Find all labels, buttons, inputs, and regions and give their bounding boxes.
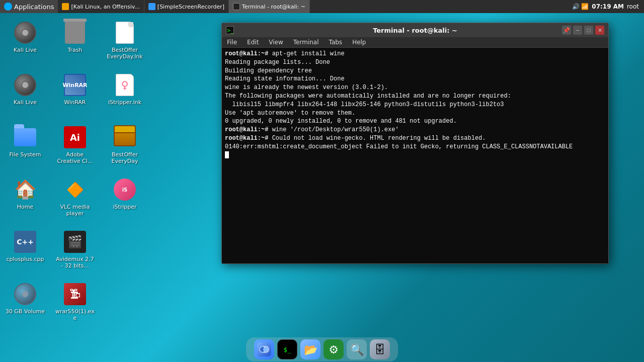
dock-files[interactable]: 📂 bbox=[300, 339, 320, 359]
istripper-lnk-img: ♀ bbox=[116, 74, 134, 96]
terminal-tab-icon bbox=[233, 3, 240, 10]
kali-live-1-label: Kali Live bbox=[14, 47, 37, 53]
dock: $_ 📂 ⚙ 🔍 🗄 bbox=[246, 337, 398, 361]
icon-adobe[interactable]: Ai Adobe Creative Cl... bbox=[52, 122, 98, 172]
terminal-output[interactable]: root@kali:~# apt-get install wineReading… bbox=[222, 48, 608, 263]
trash-label: Trash bbox=[67, 47, 82, 53]
synaptic-icon: ⚙ bbox=[329, 343, 339, 356]
dock-filemanager[interactable]: 🗄 bbox=[370, 339, 390, 359]
trash-img bbox=[65, 22, 85, 44]
vol30-label: 30 GB Volume bbox=[6, 308, 45, 315]
terminal-title: Terminal - root@kali: ~ bbox=[373, 27, 457, 34]
icon-vlc[interactable]: 🔶 VLC media player bbox=[52, 174, 98, 225]
avidemux-img: 🎬 bbox=[64, 231, 86, 253]
terminal-minimize-button[interactable]: − bbox=[573, 26, 582, 35]
wrar-label: wrar550(1).exe bbox=[54, 308, 96, 321]
dock-finder[interactable] bbox=[254, 339, 274, 359]
terminal-close-button[interactable]: ✕ bbox=[595, 26, 604, 35]
system-tray: 🔊 📶 bbox=[572, 3, 589, 10]
taskbar-bottom: $_ 📂 ⚙ 🔍 🗄 bbox=[0, 337, 644, 362]
cpp-label: cplusplus.cpp bbox=[6, 256, 44, 262]
istripper-img: iS bbox=[114, 178, 136, 201]
terminal-menu-terminal[interactable]: Terminal bbox=[288, 37, 324, 47]
adobe-img: Ai bbox=[64, 126, 86, 148]
icon-filesystem[interactable]: File System bbox=[3, 122, 48, 172]
icon-kali-live-1[interactable]: Kali Live bbox=[3, 18, 48, 68]
recorder-tab-label: [SimpleScreenRecorder] bbox=[157, 4, 224, 10]
kali-tab-label: [Kali Linux, an Offensiv... bbox=[71, 4, 139, 10]
finder-icon bbox=[257, 342, 271, 356]
icon-home[interactable]: 🏠 Home bbox=[3, 174, 48, 225]
kali-tab-icon bbox=[62, 3, 69, 10]
vlc-img: 🔶 bbox=[64, 178, 86, 201]
taskbar-terminal-tab[interactable]: Terminal - root@kali: ~ bbox=[229, 0, 310, 13]
filesystem-label: File System bbox=[10, 151, 41, 158]
icon-winrar[interactable]: WinRAR WinRAR bbox=[52, 70, 98, 120]
icon-wrar[interactable]: 🗜 wrar550(1).exe bbox=[52, 279, 98, 329]
filesystem-img bbox=[14, 128, 36, 146]
adobe-label: Adobe Creative Cl... bbox=[54, 151, 96, 164]
terminal-tab-label: Terminal - root@kali: ~ bbox=[242, 4, 305, 10]
icon-cpp[interactable]: C++ cplusplus.cpp bbox=[3, 227, 48, 277]
disk30-img bbox=[14, 283, 36, 305]
winrar-label: WinRAR bbox=[64, 99, 86, 106]
taskbar-kali-tab[interactable]: [Kali Linux, an Offensiv... bbox=[58, 0, 144, 13]
filemanager-icon: 🗄 bbox=[374, 343, 385, 356]
taskbar-recorder-tab[interactable]: [SimpleScreenRecorder] bbox=[144, 0, 229, 13]
kali-live-2-label: Kali Live bbox=[14, 99, 37, 106]
terminal-menu-file[interactable]: File bbox=[222, 37, 242, 47]
kali-live-2-img bbox=[14, 74, 36, 96]
dock-search[interactable]: 🔍 bbox=[347, 339, 367, 359]
user-label: root bbox=[627, 3, 639, 10]
terminal-maximize-button[interactable]: □ bbox=[584, 26, 593, 35]
vlc-label: VLC media player bbox=[54, 204, 96, 217]
bestoffer-everyday-label: BestOffer EveryDay bbox=[104, 151, 145, 164]
icon-30gb[interactable]: 30 GB Volume bbox=[3, 279, 48, 329]
terminal-menubar: File Edit View Terminal Tabs Help bbox=[222, 37, 608, 48]
terminal-titlebar: >_ Terminal - root@kali: ~ 📌 − □ ✕ bbox=[222, 23, 608, 37]
dock-terminal[interactable]: $_ bbox=[277, 339, 297, 359]
taskbar-right: 🔊 📶 07:19 AM root bbox=[567, 3, 645, 10]
icon-avidemux[interactable]: 🎬 Avidemux 2.7 - 32 bits... bbox=[52, 227, 98, 277]
icon-istripper-lnk[interactable]: ♀ iStripper.lnk bbox=[102, 70, 147, 120]
winrar-img: WinRAR bbox=[64, 74, 86, 96]
clock: 07:19 AM bbox=[592, 3, 624, 10]
terminal-pin-button[interactable]: 📌 bbox=[562, 26, 571, 35]
terminal-title-left: >_ bbox=[226, 26, 234, 34]
open-windows-bar: [Kali Linux, an Offensiv... [SimpleScree… bbox=[58, 0, 567, 13]
terminal-menu-edit[interactable]: Edit bbox=[242, 37, 264, 47]
dock-synaptic[interactable]: ⚙ bbox=[324, 339, 344, 359]
terminal-menu-view[interactable]: View bbox=[264, 37, 288, 47]
kali-dragon-icon bbox=[4, 3, 12, 11]
icon-trash[interactable]: Trash bbox=[52, 18, 98, 68]
applications-label: Applications bbox=[14, 3, 54, 11]
bestoffer-chest-img bbox=[114, 128, 136, 146]
terminal-app-icon: >_ bbox=[226, 26, 234, 34]
recorder-tab-icon bbox=[148, 3, 155, 10]
files-icon: 📂 bbox=[304, 343, 317, 356]
taskbar-top: Applications [Kali Linux, an Offensiv...… bbox=[0, 0, 644, 13]
bestoffer-lnk-img bbox=[116, 22, 134, 44]
istripper-label: iStripper bbox=[113, 204, 136, 210]
icon-istripper[interactable]: iS iStripper bbox=[102, 174, 147, 225]
wrar-img: 🗜 bbox=[64, 283, 86, 305]
applications-menu[interactable]: Applications bbox=[0, 0, 58, 13]
icon-bestoffer-everyday[interactable]: BestOffer EveryDay bbox=[102, 122, 147, 172]
search-icon: 🔍 bbox=[350, 343, 364, 356]
kali-live-1-img bbox=[14, 22, 36, 44]
terminal-menu-tabs[interactable]: Tabs bbox=[324, 37, 348, 47]
svg-point-4 bbox=[263, 347, 268, 352]
terminal-controls: 📌 − □ ✕ bbox=[562, 26, 604, 35]
terminal-menu-help[interactable]: Help bbox=[347, 37, 371, 47]
home-img: 🏠 bbox=[14, 178, 36, 201]
istripper-lnk-label: iStripper.lnk bbox=[108, 99, 141, 106]
home-label: Home bbox=[17, 204, 33, 210]
icon-kali-live-2[interactable]: Kali Live bbox=[3, 70, 48, 120]
terminal-window: >_ Terminal - root@kali: ~ 📌 − □ ✕ File … bbox=[221, 23, 609, 264]
bestoffer-lnk-label: BestOffer EveryDay.lnk bbox=[104, 47, 145, 60]
cpp-img: C++ bbox=[14, 231, 36, 253]
desktop-icons: Kali Live Trash BestOffer EveryDay.lnk K… bbox=[3, 18, 150, 329]
avidemux-label: Avidemux 2.7 - 32 bits... bbox=[54, 256, 96, 269]
icon-bestoffer-lnk[interactable]: BestOffer EveryDay.lnk bbox=[102, 18, 147, 68]
